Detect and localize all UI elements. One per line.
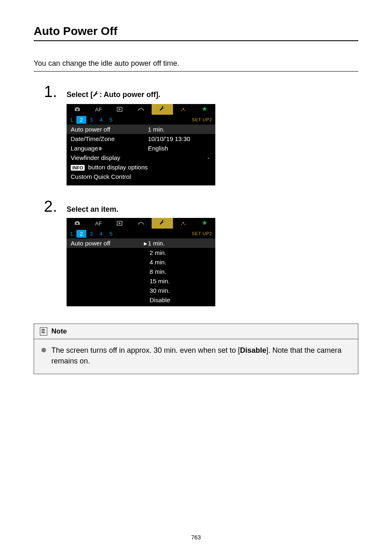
option-value: Disable — [143, 296, 211, 303]
row-language[interactable]: Language🗎 English — [67, 143, 215, 153]
custom-icon — [180, 106, 186, 113]
row-auto-power-off[interactable]: Auto power off 1 min. — [67, 125, 215, 134]
row-custom-quick[interactable]: Custom Quick Control — [67, 172, 215, 181]
tab-af[interactable]: AF — [88, 104, 109, 115]
option-value: 2 min. — [143, 249, 211, 256]
tab-setup[interactable] — [152, 104, 173, 115]
step-1: Select [: Auto power off]. AF 1 2 3 4 — [67, 88, 358, 185]
step-1-title-suffix: : Auto power off]. — [99, 90, 160, 99]
date-label: Date/Time/Zone — [71, 135, 148, 142]
svg-point-5 — [76, 222, 78, 224]
tab-wireless[interactable] — [130, 218, 152, 229]
note-box: Note The screen turns off in approx. 30 … — [34, 324, 358, 374]
language-value: English — [148, 145, 211, 152]
step-2-title: Select an item. — [67, 203, 358, 214]
svg-point-7 — [182, 222, 184, 224]
option-value: 1 min. — [143, 240, 211, 247]
wrench-icon — [159, 106, 165, 113]
svg-point-9 — [184, 224, 185, 224]
page-title: Auto Power Off — [34, 25, 358, 38]
option-value: 30 min. — [143, 287, 211, 294]
subtab-2[interactable]: 2 — [76, 116, 86, 124]
wrench-icon — [93, 91, 99, 100]
intro-text: You can change the idle auto power off t… — [34, 59, 358, 68]
tab-strip: AF — [67, 104, 215, 115]
tab-custom[interactable] — [173, 218, 194, 229]
setup-label: SET UP2 — [192, 231, 215, 236]
row-viewfinder[interactable]: Viewfinder display - — [67, 153, 215, 162]
tab-setup[interactable] — [152, 218, 173, 229]
subtab-strip-2: 1 2 3 4 5 SET UP2 — [67, 229, 215, 238]
star-icon — [202, 106, 208, 113]
camera-screen-2: AF 1 2 3 4 5 SET UP2 Auto — [67, 218, 215, 306]
info-badge: INFO — [71, 165, 85, 171]
note-header: Note — [34, 324, 358, 339]
tab-custom[interactable] — [173, 104, 194, 115]
wrench-icon — [159, 220, 165, 227]
menu-list: Auto power off 1 min. Date/Time/Zone 10/… — [67, 125, 215, 185]
note-text-bold: Disable — [240, 346, 266, 354]
option-1min[interactable]: Auto power off 1 min. — [67, 238, 215, 248]
step-1-title: Select [: Auto power off]. — [67, 88, 358, 100]
option-disable[interactable]: Disable — [67, 295, 215, 305]
page-number: 763 — [0, 534, 392, 541]
option-15min[interactable]: 15 min. — [67, 276, 215, 286]
row-info-button[interactable]: INFO button display options — [67, 162, 215, 172]
svg-point-2 — [182, 108, 184, 110]
row-date-time[interactable]: Date/Time/Zone 10/10/'19 13:30 — [67, 134, 215, 143]
viewfinder-value: - — [208, 154, 211, 161]
subtab-5[interactable]: 5 — [106, 116, 116, 124]
tab-shoot[interactable] — [67, 104, 88, 115]
option-value: 4 min. — [143, 259, 211, 266]
tab-mymenu[interactable] — [194, 218, 215, 229]
language-icon: 🗎 — [98, 146, 103, 151]
camera-icon — [74, 220, 81, 227]
wireless-icon — [138, 220, 144, 227]
auto-power-off-value: 1 min. — [148, 126, 211, 133]
step-1-title-prefix: Select [ — [67, 90, 93, 99]
tab-shoot[interactable] — [67, 218, 88, 229]
auto-power-off-label: Auto power off — [71, 126, 148, 133]
option-value: 8 min. — [143, 268, 211, 275]
tab-wireless[interactable] — [130, 104, 152, 115]
option-8min[interactable]: 8 min. — [67, 267, 215, 276]
subtab-2[interactable]: 2 — [76, 230, 86, 238]
subtab-4[interactable]: 4 — [96, 116, 106, 124]
note-body: The screen turns off in approx. 30 min. … — [34, 339, 358, 374]
subtab-4[interactable]: 4 — [96, 230, 106, 238]
svg-point-0 — [76, 109, 78, 111]
subtab-5[interactable]: 5 — [106, 230, 116, 238]
subtab-strip: 1 2 3 4 5 SET UP2 — [67, 115, 215, 125]
star-icon — [202, 220, 208, 227]
option-label: Auto power off — [71, 240, 143, 247]
language-label: Language🗎 — [71, 145, 148, 152]
tab-af[interactable]: AF — [88, 218, 109, 229]
viewfinder-label: Viewfinder display — [71, 154, 208, 161]
title-rule — [34, 40, 358, 41]
step-2: Select an item. AF 1 2 3 4 5 — [67, 203, 358, 306]
note-item: The screen turns off in approx. 30 min. … — [41, 345, 351, 366]
camera-screen-1: AF 1 2 3 4 5 SET UP2 Auto — [67, 104, 215, 185]
info-button-label: button display options — [86, 164, 148, 171]
option-2min[interactable]: 2 min. — [67, 248, 215, 257]
subtab-1[interactable]: 1 — [67, 230, 76, 238]
options-list: Auto power off 1 min. 2 min. 4 min. 8 mi… — [67, 238, 215, 306]
tab-play[interactable] — [109, 218, 130, 229]
wireless-icon — [138, 106, 144, 113]
option-30min[interactable]: 30 min. — [67, 286, 215, 295]
tab-strip-2: AF — [67, 218, 215, 229]
tab-play[interactable] — [109, 104, 130, 115]
custom-quick-label: Custom Quick Control — [71, 173, 131, 180]
svg-point-4 — [184, 110, 185, 111]
subtab-1[interactable]: 1 — [67, 116, 76, 124]
play-icon — [117, 220, 122, 227]
subtab-3[interactable]: 3 — [86, 116, 96, 124]
tab-mymenu[interactable] — [194, 104, 215, 115]
option-value: 15 min. — [143, 278, 211, 285]
subtab-3[interactable]: 3 — [86, 230, 96, 238]
note-icon — [40, 327, 47, 336]
option-4min[interactable]: 4 min. — [67, 257, 215, 267]
svg-point-3 — [181, 110, 182, 111]
intro-rule — [34, 71, 358, 72]
play-icon — [117, 106, 122, 113]
